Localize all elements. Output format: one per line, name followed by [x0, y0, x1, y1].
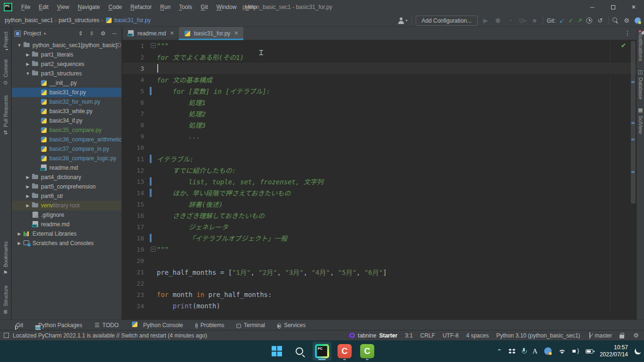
line-number[interactable]: 9	[122, 133, 144, 140]
taskbar-recorder-icon[interactable]: C	[358, 342, 377, 361]
line-number[interactable]: 13	[122, 178, 144, 185]
hide-panel-icon[interactable]: ─	[110, 30, 119, 37]
menu-refactor[interactable]: Refactor	[126, 0, 156, 14]
tree-item-basic36-compare-arithmetic-py[interactable]: basic36_compare_arithmetic.py	[12, 135, 121, 144]
breadcrumb-item[interactable]: basic31_for.py	[105, 16, 151, 24]
stripe-item-pull-requests[interactable]: Pull Requests⇅	[0, 90, 11, 140]
tray-app-icon[interactable]	[544, 347, 552, 355]
settings-gear-icon[interactable]: ⚙	[622, 16, 631, 25]
tree-item---init---py[interactable]: __init__.py	[12, 78, 121, 88]
chevron-down-icon[interactable]: ▾	[44, 32, 46, 36]
menu-tools[interactable]: Tools	[175, 0, 196, 14]
line-number[interactable]: 4	[122, 76, 144, 83]
tree-item-basic35-compare-py[interactable]: basic35_compare.py	[12, 125, 121, 135]
editor-scrollbar[interactable]	[630, 41, 636, 311]
menu-code[interactable]: Code	[104, 0, 126, 14]
battery-icon[interactable]	[586, 349, 593, 354]
chevron-right-icon[interactable]: ▶	[24, 62, 32, 66]
tree-item-venv[interactable]: ▶venv library root	[12, 201, 121, 210]
tab-basic31-for-py[interactable]: basic31_for.py✕	[179, 27, 243, 40]
chevron-right-icon[interactable]: ▶	[16, 231, 23, 236]
line-number[interactable]: 20	[122, 257, 144, 264]
toolwindow-python-console[interactable]: Python Console	[131, 321, 183, 329]
line-number[interactable]: 11	[122, 156, 144, 163]
ime-mode-indicator[interactable]: A	[532, 347, 538, 355]
line-number[interactable]: 3	[122, 65, 144, 72]
stripe-item-notifications[interactable]: Notifications	[637, 27, 644, 65]
tree-item-part4-dictionary[interactable]: ▶part4_dictionary	[12, 173, 121, 182]
tree-item-scratches-and-consoles[interactable]: ▶Scratches and Consoles	[12, 239, 121, 248]
code-with-me-icon[interactable]	[635, 17, 641, 24]
indent-style[interactable]: 4 spaces	[466, 332, 489, 339]
debug-icon[interactable]: ⬢	[494, 16, 502, 25]
tree-item-part2-sequences[interactable]: ▶part2_sequences	[12, 59, 121, 69]
tray-chevron-up-icon[interactable]: ⌃	[497, 348, 502, 355]
tree-item-readme-md[interactable]: readme.md	[12, 163, 121, 173]
dropbox-icon[interactable]	[508, 349, 515, 354]
line-number[interactable]: 14	[122, 189, 144, 197]
minimize-button[interactable]: ─	[582, 0, 603, 14]
tree-item-basic32-for-num-py[interactable]: basic32_for_num.py	[12, 97, 121, 107]
tree-item-part5-comprehension[interactable]: ▶part5_comprehension	[12, 182, 121, 191]
profile-icon[interactable]: ◔	[506, 16, 515, 25]
line-number[interactable]: 8	[122, 122, 144, 129]
line-number[interactable]: 16	[122, 212, 144, 219]
fold-marker-icon[interactable]: −	[151, 247, 156, 252]
panel-settings-gear-icon[interactable]: ⚙	[99, 30, 107, 37]
collapse-all-icon[interactable]: ⇳	[88, 30, 96, 37]
code-editor[interactable]: 1−"""2for 文でよくある形(その1)34for 文の基本構成5 for …	[122, 40, 636, 312]
tree-item-part6-str[interactable]: ▶part6_str	[12, 191, 121, 201]
stripe-item-sciview[interactable]: ▦SciView	[637, 103, 644, 138]
python-interpreter[interactable]: Python 3.10 (python_basic_sec1)	[496, 332, 580, 339]
line-number[interactable]: 7	[122, 110, 144, 117]
chevron-right-icon[interactable]: ▶	[24, 175, 32, 180]
tab-close-icon[interactable]: ✕	[170, 30, 174, 36]
expand-all-icon[interactable]: ⇕	[76, 30, 85, 37]
line-number[interactable]: 17	[122, 223, 144, 230]
close-button[interactable]: ✕	[623, 0, 644, 14]
tab-options-icon[interactable]: ⋮	[624, 29, 631, 37]
menu-run[interactable]: Run	[156, 0, 175, 14]
stripe-item-project[interactable]: Project	[0, 27, 11, 55]
line-number[interactable]: 1	[122, 42, 144, 49]
line-number[interactable]: 21	[122, 269, 144, 276]
tree-item-basic37-compare-in-py[interactable]: basic37_compare_in.py	[12, 144, 121, 154]
caret-position[interactable]: 3:1	[405, 332, 413, 339]
stripe-item-structure[interactable]: Structure≣	[0, 280, 11, 320]
chevron-down-icon[interactable]: ▼	[24, 71, 32, 76]
chevron-right-icon[interactable]: ▶	[24, 203, 32, 208]
line-number[interactable]: 5	[122, 88, 144, 95]
coverage-icon[interactable]: ◶▾	[518, 16, 527, 25]
microphone-icon[interactable]	[522, 348, 526, 354]
user-menu[interactable]: ▾	[398, 17, 408, 24]
chevron-right-icon[interactable]: ▶	[24, 184, 32, 189]
tree-item-basic34-if-py[interactable]: basic34_if.py	[12, 116, 121, 125]
tree-item-external-libraries[interactable]: ▶External Libraries	[12, 229, 121, 239]
tree-item-part1-literals[interactable]: ▶part1_literals	[12, 50, 121, 59]
tree-item-basic31-for-py[interactable]: basic31_for.py	[12, 88, 121, 97]
toolwindow-todo[interactable]: ☰TODO	[95, 322, 119, 329]
taskbar-camtasia-icon[interactable]: C	[335, 342, 354, 361]
taskbar-search-icon[interactable]	[290, 342, 309, 361]
git-branch[interactable]: master	[588, 332, 612, 339]
history-icon[interactable]	[586, 17, 592, 24]
tree-item-basic38-compare-logic-py[interactable]: basic38_compare_logic.py	[12, 154, 121, 163]
stripe-item-commit[interactable]: Commit⊙	[0, 55, 11, 90]
line-number[interactable]: 15	[122, 201, 144, 208]
tree-item-readme-md[interactable]: readme.md	[12, 220, 121, 229]
taskbar-clock[interactable]: 10:57 2022/07/14	[600, 344, 628, 358]
tree-item--gitignore[interactable]: .gitignore	[12, 210, 121, 220]
add-configuration-button[interactable]: Add Configuration...	[416, 16, 478, 26]
toolwindow-services[interactable]: ▶Services	[277, 322, 306, 329]
taskbar-pycharm-icon[interactable]: PC	[313, 342, 331, 361]
toolwindow-problems[interactable]: !Problems	[195, 322, 225, 329]
menu-file[interactable]: File	[17, 0, 34, 14]
notifications-gear-icon[interactable]: ⚙	[632, 331, 640, 340]
volume-icon[interactable]	[572, 348, 579, 354]
toolwindow-terminal[interactable]: ›_Terminal	[236, 322, 265, 329]
git-update-icon[interactable]: ↙	[559, 17, 564, 24]
tab-readme-md[interactable]: readme.md✕	[122, 27, 179, 40]
git-commit-icon[interactable]: ✓	[568, 17, 573, 24]
chevron-right-icon[interactable]: ▶	[24, 52, 32, 57]
focus-assist-moon-icon[interactable]	[634, 347, 642, 355]
